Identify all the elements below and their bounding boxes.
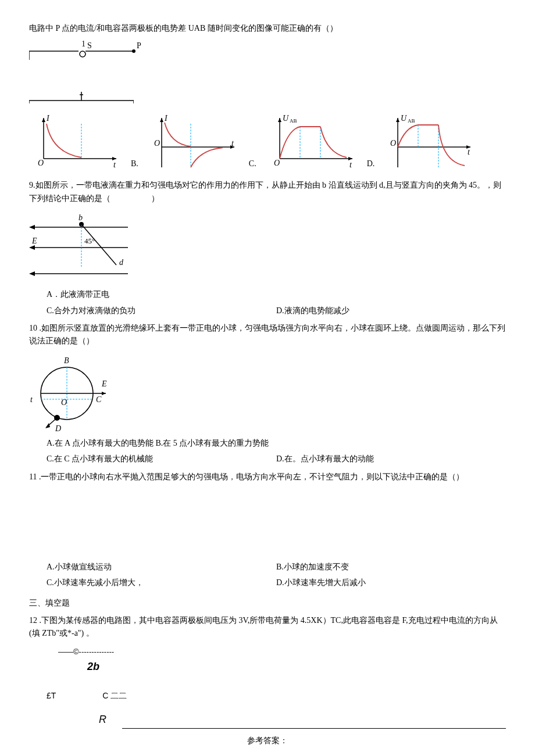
svg-marker-28 — [278, 118, 281, 122]
svg-text:O: O — [274, 159, 280, 167]
q11-opt-b: B.小球的加速度不变 — [276, 561, 506, 574]
switch-s-icon — [80, 51, 85, 57]
q8-graph-b: I O t — [147, 112, 240, 170]
q9-text: 9.如图所示，一带电液滴在重力和匀强电场对它的作用力的作用下，从静止开始由 b … — [29, 179, 506, 205]
q12-label-2b: 2b — [87, 658, 506, 675]
svg-text:U: U — [401, 114, 407, 123]
q10-text: 10 .如图所示竖直放置的光滑绝缘环上套有一带正电的小球，匀强电场场强方向水平向… — [29, 322, 506, 348]
svg-text:d: d — [119, 258, 124, 267]
q10-diagram: B E C O t D — [29, 353, 506, 434]
circuit-label-p: P — [137, 41, 141, 50]
svg-text:AB: AB — [290, 118, 297, 124]
svg-marker-20 — [160, 118, 163, 122]
q8-label-d: D. — [367, 157, 375, 170]
q8-graph-c: U AB O t — [265, 112, 358, 170]
q11-opt-c: C.小球速率先减小后增大， — [47, 576, 276, 589]
q8-graph-a: I O t — [29, 112, 122, 170]
q8-label-c: C. — [249, 157, 256, 170]
q9-opt-a: A．此液滴带正电 — [47, 288, 506, 301]
q10-opt-d: D.在。点小球有最大的动能 — [276, 453, 506, 465]
svg-text:D: D — [55, 424, 61, 433]
q11-opt-d: D.小球速率先增大后减小 — [276, 576, 506, 589]
svg-text:t: t — [231, 139, 234, 148]
q12-text: 12 .下图为某传感器的电路图，其中电容器两极板间电压为 3V,所带电荷量为 4… — [29, 614, 506, 640]
q11-opt-a: A.小球做宣线运动 — [47, 561, 276, 574]
q9-opt-d: D.液滴的电势能减少 — [276, 304, 506, 317]
svg-text:AB: AB — [408, 118, 415, 124]
svg-marker-45 — [29, 225, 35, 230]
q9-opt-c: C.合外力对液滴做的负功 — [47, 304, 276, 317]
q9-diagram: b E 45° d — [29, 210, 506, 285]
svg-marker-70 — [45, 423, 50, 428]
svg-text:45°: 45° — [84, 237, 95, 245]
q8-circuit-diagram: 1 S P — [29, 40, 506, 74]
section-3-title: 三、填空题 — [29, 597, 506, 610]
svg-text:U: U — [283, 114, 289, 123]
svg-marker-49 — [29, 245, 35, 250]
svg-text:t: t — [349, 160, 352, 169]
q8-text: 电路中 P 点的电流/和电容器两极板的电势差 UAB 随时间变化的图像可能正确的… — [29, 22, 506, 35]
svg-text:b: b — [79, 213, 83, 222]
svg-marker-56 — [29, 271, 35, 276]
svg-text:t: t — [30, 395, 33, 404]
svg-text:E: E — [31, 237, 37, 245]
svg-marker-38 — [396, 118, 400, 122]
svg-text:I: I — [46, 114, 50, 123]
answer-key-title: 参考答案： — [29, 734, 506, 747]
q10-opt-ab: A.在 A 点小球有最大的电势能 B.在 5 点小球有最大的重力势能 — [47, 437, 506, 450]
q12-dashed-line: ——©-------------- — [58, 646, 506, 658]
q12-label-c: C 二二 — [102, 689, 127, 702]
q8-graph-d: U AB O t — [383, 112, 476, 170]
svg-marker-12 — [42, 118, 45, 122]
svg-text:O: O — [61, 398, 67, 407]
svg-text:O: O — [390, 139, 396, 148]
q8-label-b: B. — [131, 157, 138, 170]
q8-graphs-row: I O t B. I O t C. U AB O t D. — [29, 112, 506, 170]
circuit-label-1: 1 — [81, 40, 85, 48]
circuit-label-s: S — [87, 41, 92, 50]
svg-text:I: I — [164, 114, 168, 123]
q12-circuit-diagram: ——©-------------- 2b £T C 二二 R — [47, 646, 506, 729]
svg-text:O: O — [154, 139, 160, 148]
point-p-icon — [132, 49, 135, 53]
svg-text:B: B — [64, 356, 69, 365]
svg-marker-62 — [102, 392, 106, 395]
svg-text:C: C — [96, 395, 102, 404]
svg-text:t: t — [468, 148, 470, 156]
q8-table-bracket — [29, 92, 506, 103]
q12-bottom-line — [122, 728, 506, 729]
q10-opt-c: C.在 C 点小球有最大的机械能 — [47, 453, 276, 465]
svg-text:t: t — [113, 160, 116, 169]
svg-text:E: E — [101, 379, 107, 388]
q12-label-et: £T — [47, 689, 56, 702]
q12-label-r: R — [99, 711, 506, 728]
q11-text: 11 .一带正电的小球向右水平抛入范围足够大的匀强电场，电场方向水平向左，不计空… — [29, 471, 506, 483]
svg-text:O: O — [38, 159, 44, 167]
